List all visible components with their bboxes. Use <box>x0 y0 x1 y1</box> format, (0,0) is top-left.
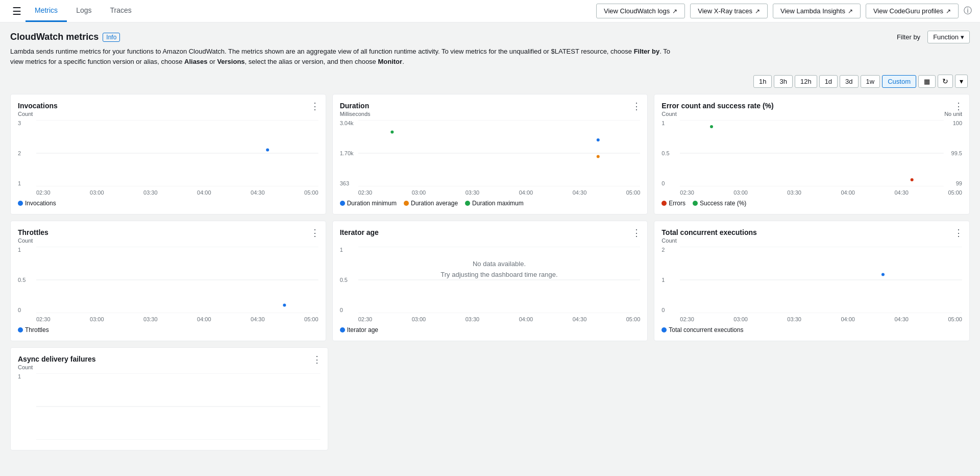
page-title: CloudWatch metrics <box>10 32 99 42</box>
concurrent-executions-legend: Total concurrent executions <box>662 326 962 334</box>
concurrent-executions-plot: 2 1 0 <box>662 247 962 313</box>
async-failures-menu[interactable]: ⋮ <box>312 354 322 365</box>
error-success-legend: Errors Success rate (%) <box>662 200 962 207</box>
throttles-svg <box>36 247 318 313</box>
info-button[interactable]: ⓘ <box>964 6 972 16</box>
duration-svg <box>358 120 641 186</box>
top-nav: Metrics Logs Traces View CloudWatch logs… <box>26 0 972 22</box>
hamburger-menu[interactable]: ☰ <box>8 3 26 19</box>
throttles-plot: 1 0.5 0 <box>18 247 318 313</box>
view-codeguru-profiles-button[interactable]: View CodeGuru profiles ↗ <box>866 4 959 18</box>
duration-x-axis: 02:30 03:00 03:30 04:00 04:30 05:00 <box>340 189 641 196</box>
main-tabs: Metrics Logs Traces <box>26 0 141 22</box>
concurrent-executions-chart: ⋮ Total concurrent executions Count 2 1 … <box>654 221 970 341</box>
invocations-x-axis: 02:30 03:00 03:30 04:00 04:30 05:00 <box>18 189 318 196</box>
calendar-icon: ▦ <box>924 78 930 85</box>
svg-point-18 <box>283 303 286 306</box>
calendar-button[interactable]: ▦ <box>918 75 936 88</box>
time-controls: 1h 3h 12h 1d 3d 1w Custom ▦ ↻ ▾ <box>10 75 970 88</box>
concurrent-executions-x-axis: 02:30 03:00 03:30 04:00 04:30 05:00 <box>662 316 962 322</box>
tab-traces[interactable]: Traces <box>101 0 140 22</box>
no-data-message: No data available. Try adjusting the das… <box>358 247 641 293</box>
error-success-unit-left: Count <box>662 111 676 117</box>
duration-menu[interactable]: ⋮ <box>632 101 641 112</box>
invocations-unit: Count <box>18 111 318 117</box>
concurrent-executions-title: Total concurrent executions <box>662 228 962 236</box>
async-failures-svg <box>36 373 321 440</box>
throttles-chart: ⋮ Throttles Count 1 0.5 0 <box>10 221 326 341</box>
filter-by-select[interactable]: Function ▾ <box>927 31 970 43</box>
view-cloudwatch-logs-button[interactable]: View CloudWatch logs ↗ <box>596 4 685 18</box>
error-success-chart: ⋮ Error count and success rate (%) Count… <box>654 94 970 215</box>
view-lambda-insights-button[interactable]: View Lambda Insights ↗ <box>773 4 861 18</box>
invocations-title: Invocations <box>18 102 318 110</box>
filter-label: Filter by <box>897 33 920 41</box>
iterator-age-x-axis: 02:30 03:00 03:30 04:00 04:30 05:00 <box>340 316 641 322</box>
error-success-plot: 1 0.5 0 100 99.5 99 <box>662 120 962 186</box>
charts-grid: ⋮ Invocations Count 3 2 1 <box>10 94 970 341</box>
filter-value: Function <box>933 33 959 41</box>
duration-legend: Duration minimum Duration average Durati… <box>340 200 641 207</box>
page-description: Lambda sends runtime metrics for your fu… <box>10 46 674 66</box>
throttles-menu[interactable]: ⋮ <box>310 227 320 239</box>
error-success-svg <box>680 120 944 186</box>
time-12h[interactable]: 12h <box>795 75 817 88</box>
svg-point-14 <box>710 125 713 128</box>
throttles-legend: Throttles <box>18 326 318 334</box>
duration-plot: 3.04k 1.70k 363 <box>340 120 641 186</box>
async-failures-plot: 1 <box>18 373 321 440</box>
svg-point-8 <box>596 155 599 158</box>
iterator-age-title: Iterator age <box>340 228 641 236</box>
refresh-button[interactable]: ↻ <box>938 75 953 88</box>
iterator-age-menu[interactable]: ⋮ <box>632 227 641 239</box>
duration-title: Duration <box>340 102 641 110</box>
svg-point-9 <box>390 130 394 133</box>
view-xray-traces-button[interactable]: View X-Ray traces ↗ <box>690 4 768 18</box>
time-3h[interactable]: 3h <box>774 75 792 88</box>
time-1h[interactable]: 1h <box>753 75 772 88</box>
invocations-chart: ⋮ Invocations Count 3 2 1 <box>10 94 326 215</box>
duration-chart: ⋮ Duration Milliseconds 3.04k 1.70k 363 <box>332 94 648 215</box>
error-success-title: Error count and success rate (%) <box>662 102 962 110</box>
invocations-legend: Invocations <box>18 200 318 207</box>
invocations-menu[interactable]: ⋮ <box>310 101 320 112</box>
async-failures-chart: ⋮ Async delivery failures Count 1 <box>10 347 328 450</box>
external-link-icon: ↗ <box>848 8 853 15</box>
external-link-icon: ↗ <box>755 8 760 15</box>
time-1d[interactable]: 1d <box>819 75 838 88</box>
invocations-plot: 3 2 1 <box>18 120 318 186</box>
error-success-x-axis: 02:30 03:00 03:30 04:00 04:30 05:00 <box>662 189 962 196</box>
svg-point-7 <box>596 138 599 141</box>
iterator-age-unit <box>340 237 641 244</box>
time-1w[interactable]: 1w <box>861 75 880 88</box>
throttles-unit: Count <box>18 237 318 244</box>
svg-point-3 <box>266 149 269 152</box>
concurrent-executions-menu[interactable]: ⋮ <box>954 227 963 239</box>
iterator-age-chart: ⋮ Iterator age 1 0.5 0 No data availab <box>332 221 648 341</box>
chevron-down-icon: ▾ <box>961 33 964 41</box>
time-custom[interactable]: Custom <box>882 75 916 88</box>
concurrent-executions-unit: Count <box>662 237 962 244</box>
info-badge[interactable]: Info <box>103 33 120 42</box>
svg-point-13 <box>911 178 914 181</box>
external-link-icon: ↗ <box>946 8 951 15</box>
external-link-icon: ↗ <box>672 8 677 15</box>
async-failures-title: Async delivery failures <box>18 355 321 363</box>
time-dropdown-button[interactable]: ▾ <box>955 75 968 88</box>
tab-metrics[interactable]: Metrics <box>26 0 67 22</box>
invocations-svg <box>36 120 318 186</box>
iterator-age-plot: 1 0.5 0 No data available. Try adjusting… <box>340 247 641 313</box>
throttles-x-axis: 02:30 03:00 03:30 04:00 04:30 05:00 <box>18 316 318 322</box>
action-buttons: View CloudWatch logs ↗ View X-Ray traces… <box>596 0 959 22</box>
duration-unit: Milliseconds <box>340 111 641 117</box>
async-failures-unit: Count <box>18 364 321 370</box>
tab-logs[interactable]: Logs <box>67 0 101 22</box>
svg-point-25 <box>881 273 885 276</box>
iterator-age-legend: Iterator age <box>340 326 641 334</box>
throttles-title: Throttles <box>18 228 318 236</box>
time-3d[interactable]: 3d <box>840 75 858 88</box>
error-success-menu[interactable]: ⋮ <box>954 101 963 112</box>
concurrent-executions-svg <box>680 247 962 313</box>
